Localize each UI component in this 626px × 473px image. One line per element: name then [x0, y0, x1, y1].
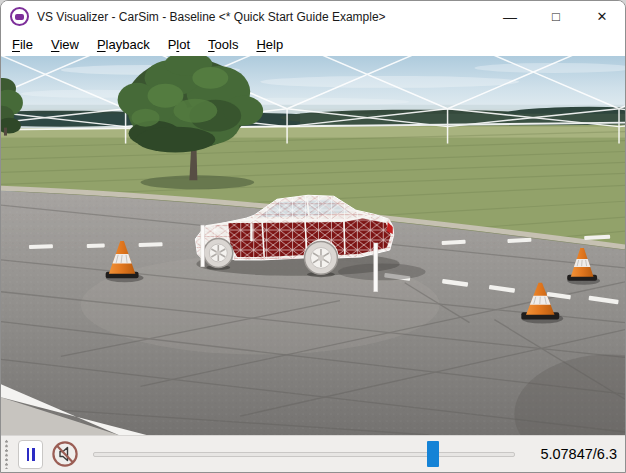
timeline-slider[interactable] [93, 440, 515, 468]
mute-button[interactable] [51, 440, 79, 468]
menu-file[interactable]: File [3, 35, 42, 54]
maximize-button[interactable]: □ [533, 1, 579, 32]
menu-help[interactable]: Help [247, 35, 292, 54]
muted-speaker-icon [51, 440, 79, 468]
sky [1, 56, 625, 114]
title-bar: VS Visualizer - CarSim - Baseline <* Qui… [1, 1, 625, 32]
window-title: VS Visualizer - CarSim - Baseline <* Qui… [37, 10, 386, 24]
minimize-button[interactable]: — [487, 1, 533, 32]
car-marker-post-small [250, 223, 252, 241]
menu-playback[interactable]: Playback [88, 35, 159, 54]
close-button[interactable]: ✕ [579, 1, 625, 32]
menu-tools[interactable]: Tools [199, 35, 247, 54]
menu-bar: File View Playback Plot Tools Help [1, 32, 625, 56]
window-controls: — □ ✕ [487, 1, 625, 32]
menu-plot[interactable]: Plot [159, 35, 199, 54]
time-display: 5.07847/6.3 [535, 446, 617, 462]
menu-view[interactable]: View [42, 35, 88, 54]
app-icon-glyph [15, 14, 24, 20]
playback-toolbar: 5.07847/6.3 [1, 435, 625, 472]
3d-viewport[interactable] [1, 56, 625, 435]
pause-icon [27, 448, 30, 461]
app-window: VS Visualizer - CarSim - Baseline <* Qui… [0, 0, 626, 473]
scene-canvas [1, 56, 625, 435]
pause-button[interactable] [18, 440, 43, 469]
toolbar-grip[interactable] [4, 439, 10, 469]
car-marker-post-front [201, 225, 204, 267]
timeline-track[interactable] [93, 452, 515, 457]
app-icon[interactable] [10, 7, 29, 26]
car-marker-post-rear [374, 243, 378, 292]
slider-thumb[interactable] [427, 441, 439, 467]
